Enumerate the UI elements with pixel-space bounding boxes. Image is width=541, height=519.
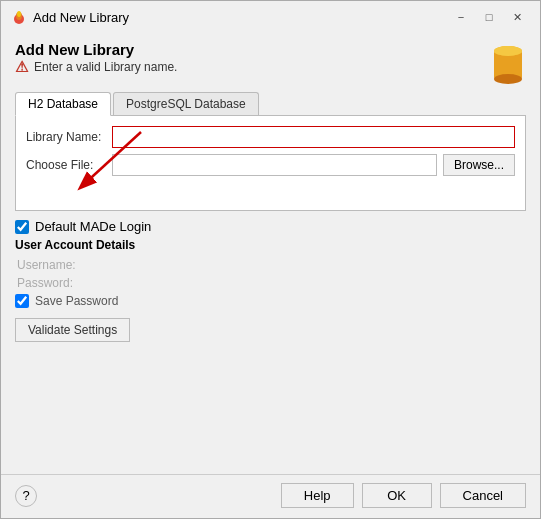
help-button[interactable]: Help [281, 483, 354, 508]
cylinder-icon [490, 41, 526, 88]
app-icon [11, 9, 27, 25]
footer-left: ? [15, 485, 271, 507]
help-icon-button[interactable]: ? [15, 485, 37, 507]
error-line: ⚠ Enter a valid Library name. [15, 58, 177, 76]
user-account-title: User Account Details [15, 238, 526, 252]
password-label: Password: [15, 276, 526, 290]
add-library-dialog: Add New Library − □ ✕ Add New Library ⚠ … [0, 0, 541, 519]
arrow-area [26, 182, 515, 202]
username-label: Username: [15, 258, 526, 272]
dialog-footer: ? Help OK Cancel [1, 474, 540, 518]
dialog-title: Add New Library [15, 41, 177, 58]
title-bar-controls: − □ ✕ [448, 7, 530, 27]
ok-button[interactable]: OK [362, 483, 432, 508]
library-name-input[interactable] [112, 126, 515, 148]
error-icon: ⚠ [15, 58, 28, 76]
panel-content: Library Name: Choose File: Browse... [15, 116, 526, 211]
default-login-checkbox[interactable] [15, 220, 29, 234]
minimize-button[interactable]: − [448, 7, 474, 27]
library-name-label: Library Name: [26, 130, 106, 144]
dialog-body: Add New Library ⚠ Enter a valid Library … [1, 31, 540, 474]
maximize-button[interactable]: □ [476, 7, 502, 27]
svg-point-2 [17, 11, 21, 17]
tab-postgresql-database[interactable]: PostgreSQL Database [113, 92, 259, 115]
choose-file-row: Choose File: Browse... [26, 154, 515, 176]
user-account-section: User Account Details Username: Password:… [15, 238, 526, 308]
browse-button[interactable]: Browse... [443, 154, 515, 176]
tabs: H2 Database PostgreSQL Database [15, 92, 526, 116]
library-name-row: Library Name: [26, 126, 515, 148]
choose-file-label: Choose File: [26, 158, 106, 172]
close-button[interactable]: ✕ [504, 7, 530, 27]
cancel-button[interactable]: Cancel [440, 483, 526, 508]
save-password-checkbox[interactable] [15, 294, 29, 308]
dialog-header-left: Add New Library ⚠ Enter a valid Library … [15, 41, 177, 84]
validate-settings-button[interactable]: Validate Settings [15, 318, 130, 342]
dialog-header: Add New Library ⚠ Enter a valid Library … [15, 41, 526, 88]
tab-h2-database[interactable]: H2 Database [15, 92, 111, 116]
choose-file-input[interactable] [112, 154, 437, 176]
error-message: Enter a valid Library name. [34, 60, 177, 74]
title-bar-text: Add New Library [33, 10, 442, 25]
svg-point-6 [494, 46, 522, 56]
default-login-label: Default MADe Login [35, 219, 151, 234]
save-password-label: Save Password [35, 294, 118, 308]
save-password-row: Save Password [15, 294, 526, 308]
section-below: Default MADe Login User Account Details … [15, 219, 526, 342]
footer-buttons: Help OK Cancel [281, 483, 526, 508]
svg-point-5 [494, 74, 522, 84]
title-bar: Add New Library − □ ✕ [1, 1, 540, 31]
default-login-row: Default MADe Login [15, 219, 526, 234]
